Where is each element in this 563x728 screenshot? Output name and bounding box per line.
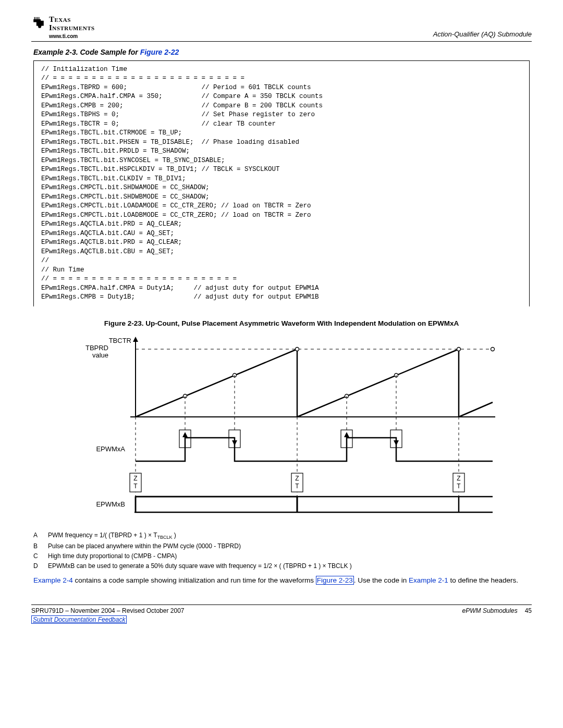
footer-section: ePWM Submodules: [462, 607, 518, 614]
svg-rect-3: [39, 17, 39, 19]
svg-line-10: [297, 349, 459, 417]
ti-chip-icon: [31, 16, 46, 32]
svg-point-15: [491, 347, 495, 351]
example-ref-link[interactable]: Example 2-4: [33, 576, 73, 584]
section-title: Action-Qualifier (AQ) Submodule: [433, 30, 532, 39]
svg-text:Z: Z: [295, 475, 299, 482]
page-number: 45: [525, 607, 532, 614]
figure-ref-link[interactable]: Figure 2-23: [316, 576, 354, 585]
example-ref-link-2[interactable]: Example 2-1: [409, 576, 448, 584]
example-title: Example 2-3. Code Sample for Figure 2-22: [33, 48, 532, 56]
figure-reference-link[interactable]: Figure 2-22: [140, 48, 179, 56]
figure-notes: A PWM frequency = 1/( (TBPRD + 1 ) × TTB…: [33, 532, 530, 570]
svg-rect-1: [35, 17, 36, 19]
body-paragraph: Example 2-4 contains a code sample showi…: [33, 576, 530, 586]
doc-id: SPRU791D – November 2004 – Revised Octob…: [31, 607, 185, 614]
ti-logo-block: Texas Instruments www.ti.com: [31, 16, 95, 39]
company-name: Texas Instruments: [49, 16, 95, 32]
svg-marker-5: [133, 337, 138, 342]
figure-caption: Figure 2-23. Up-Count, Pulse Placement A…: [52, 319, 511, 328]
company-url: www.ti.com: [49, 33, 78, 39]
svg-point-13: [296, 347, 299, 351]
svg-text:EPWMxA: EPWMxA: [96, 445, 125, 453]
svg-rect-2: [37, 17, 38, 19]
svg-text:EPWMxB: EPWMxB: [96, 500, 125, 508]
svg-text:TBPRD: TBPRD: [85, 344, 108, 352]
svg-line-12: [459, 402, 493, 417]
svg-text:Z: Z: [133, 475, 137, 482]
svg-text:T: T: [133, 483, 138, 490]
svg-text:value: value: [92, 351, 108, 359]
svg-rect-0: [34, 17, 35, 19]
page-footer: SPRU791D – November 2004 – Revised Octob…: [31, 604, 532, 624]
svg-text:TBCTR: TBCTR: [109, 337, 131, 344]
svg-text:T: T: [457, 483, 461, 490]
waveform-figure: TBCTR TBPRD value EPWMxA EPWMxB Z T Z T …: [68, 334, 495, 526]
svg-line-8: [136, 349, 297, 417]
svg-text:T: T: [295, 483, 299, 490]
svg-point-14: [457, 347, 461, 351]
feedback-link[interactable]: Submit Documentation Feedback: [31, 615, 127, 624]
page-header: Texas Instruments www.ti.com Action-Qual…: [31, 16, 532, 42]
code-sample: // Initialization Time // = = = = = = = …: [33, 60, 530, 306]
svg-text:Z: Z: [457, 475, 460, 482]
